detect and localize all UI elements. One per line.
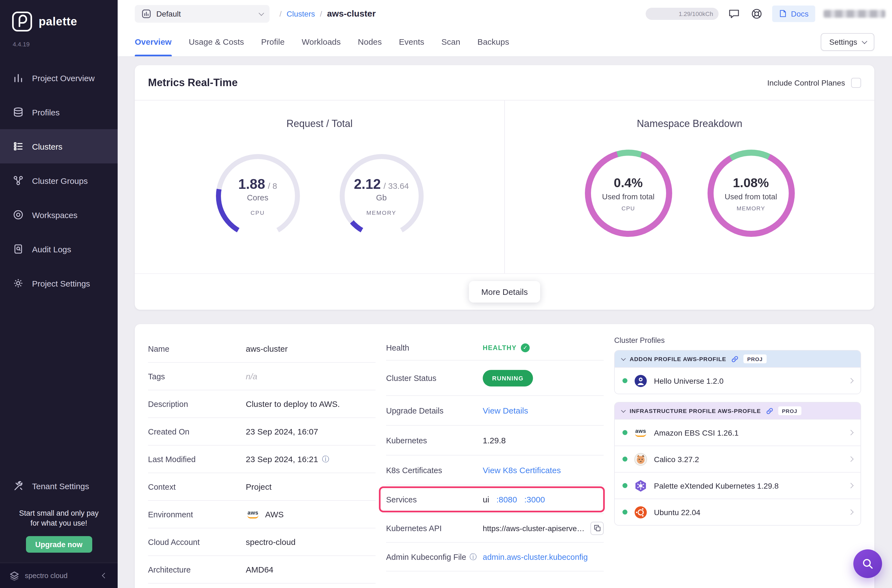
sidebar-item-workspaces[interactable]: Workspaces bbox=[0, 198, 118, 232]
sidebar-item-cluster-groups[interactable]: Cluster Groups bbox=[0, 164, 118, 198]
sidebar-item-audit-logs[interactable]: Audit Logs bbox=[0, 232, 118, 266]
promo-text: Start small and only pay for what you us… bbox=[9, 508, 109, 528]
docs-button[interactable]: Docs bbox=[772, 5, 815, 22]
audit-logs-icon bbox=[13, 243, 24, 255]
profile-layer-hello-universe[interactable]: Hello Universe 1.2.0 bbox=[615, 367, 860, 394]
tab-workloads[interactable]: Workloads bbox=[302, 27, 341, 56]
breadcrumb-current: aws-cluster bbox=[327, 9, 375, 18]
detail-row-name: Nameaws-cluster bbox=[148, 335, 375, 363]
aws-logo: aws bbox=[246, 510, 260, 518]
sidebar-collapse-button[interactable] bbox=[101, 572, 109, 580]
details-column: Nameaws-cluster Tagsn/a DescriptionClust… bbox=[148, 335, 375, 588]
document-icon bbox=[779, 9, 787, 18]
infrastructure-profile-group: INFRASTRUCTURE PROFILE AWS-PROFILE PROJ … bbox=[614, 402, 861, 526]
project-scope-icon bbox=[141, 9, 151, 18]
metrics-title: Metrics Real-Time bbox=[148, 76, 238, 88]
ubuntu-icon bbox=[634, 506, 647, 519]
hello-universe-icon bbox=[634, 374, 647, 387]
profile-layer-palette-extended-kubernetes[interactable]: Palette eXtended Kubernetes 1.29.8 bbox=[615, 472, 860, 498]
spectro-cloud-label: spectro cloud bbox=[25, 572, 68, 580]
user-name-redacted[interactable] bbox=[823, 10, 885, 17]
sidebar-item-label: Workspaces bbox=[32, 210, 78, 219]
sidebar-item-project-overview[interactable]: Project Overview bbox=[0, 61, 118, 95]
profile-layer-ubuntu[interactable]: Ubuntu 22.04 bbox=[615, 498, 860, 525]
chat-icon bbox=[728, 8, 740, 20]
sidebar-item-profiles[interactable]: Profiles bbox=[0, 95, 118, 129]
view-details-link[interactable]: View Details bbox=[483, 406, 528, 415]
sidebar-item-label: Cluster Groups bbox=[32, 176, 88, 185]
topbar: Default / Clusters / aws-cluster 1.29/10… bbox=[118, 0, 892, 56]
infrastructure-profile-header[interactable]: INFRASTRUCTURE PROFILE AWS-PROFILE PROJ bbox=[615, 402, 860, 419]
service-port-link[interactable]: :8080 bbox=[496, 495, 517, 504]
tab-nodes[interactable]: Nodes bbox=[358, 27, 382, 56]
memory-gauge: 2.12/ 33.64 Gb MEMORY bbox=[339, 154, 423, 238]
addon-profile-group: ADDON PROFILE AWS-PROFILE PROJ Hello Uni… bbox=[614, 350, 861, 394]
sidebar-item-label: Tenant Settings bbox=[32, 482, 89, 491]
tab-scan[interactable]: Scan bbox=[441, 27, 460, 56]
sidebar-item-clusters[interactable]: Clusters bbox=[0, 129, 118, 164]
gear-icon bbox=[13, 278, 24, 289]
tab-overview[interactable]: Overview bbox=[135, 27, 171, 56]
tab-profile[interactable]: Profile bbox=[261, 27, 285, 56]
proj-badge: PROJ bbox=[743, 354, 767, 363]
more-details-button[interactable]: More Details bbox=[469, 281, 540, 303]
status-dot bbox=[622, 510, 628, 514]
tab-backups[interactable]: Backups bbox=[478, 27, 509, 56]
kubeconfig-download-link[interactable]: admin.aws-cluster.kubeconfig bbox=[483, 552, 588, 561]
tab-events[interactable]: Events bbox=[399, 27, 425, 56]
chevron-right-icon bbox=[848, 483, 854, 488]
chat-button[interactable] bbox=[727, 6, 741, 21]
tools-icon bbox=[13, 481, 24, 492]
spectro-cloud-logo-icon bbox=[9, 570, 20, 581]
palette-logo-icon bbox=[12, 11, 33, 32]
project-selector[interactable]: Default bbox=[135, 5, 270, 22]
search-fab[interactable] bbox=[853, 549, 882, 578]
view-k8s-certificates-link[interactable]: View K8s Certificates bbox=[483, 465, 561, 475]
settings-button[interactable]: Settings bbox=[821, 33, 874, 51]
health-status: HEALTHY ✓ bbox=[483, 343, 530, 352]
info-icon: ⓘ bbox=[470, 553, 477, 560]
link-icon bbox=[766, 407, 773, 414]
request-total-title: Request / Total bbox=[286, 118, 353, 130]
chevron-right-icon bbox=[848, 378, 854, 384]
cluster-profiles-title: Cluster Profiles bbox=[614, 336, 861, 345]
workspaces-icon bbox=[13, 209, 24, 220]
addon-profile-header[interactable]: ADDON PROFILE AWS-PROFILE PROJ bbox=[615, 351, 860, 367]
chart-icon bbox=[13, 72, 24, 83]
aws-logo: aws bbox=[634, 426, 647, 439]
profile-layer-amazon-ebs-csi[interactable]: aws Amazon EBS CSI 1.26.1 bbox=[615, 419, 860, 446]
services-row: Services ui :8080 :3000 bbox=[386, 485, 604, 514]
sidebar-item-label: Clusters bbox=[32, 142, 62, 151]
sidebar-item-project-settings[interactable]: Project Settings bbox=[0, 266, 118, 300]
sidebar-item-tenant-settings[interactable]: Tenant Settings bbox=[0, 472, 118, 501]
include-control-planes: Include Control Planes bbox=[767, 78, 861, 87]
check-icon: ✓ bbox=[521, 343, 530, 352]
copy-button[interactable] bbox=[590, 522, 604, 535]
namespace-memory-donut: 1.08% Used from total MEMORY bbox=[707, 150, 794, 237]
brand-name: palette bbox=[39, 15, 77, 28]
sidebar-footer: spectro cloud bbox=[0, 562, 118, 588]
include-control-planes-checkbox[interactable] bbox=[851, 78, 861, 87]
upgrade-now-button[interactable]: Upgrade now bbox=[26, 536, 92, 553]
calico-icon bbox=[634, 453, 647, 466]
running-status-badge: RUNNING bbox=[483, 370, 533, 386]
profile-layer-calico[interactable]: Calico 3.27.2 bbox=[615, 446, 860, 472]
admin-kubeconfig-row: Admin Kubeconfig Fileⓘ admin.aws-cluster… bbox=[386, 543, 604, 572]
main-area: Default / Clusters / aws-cluster 1.29/10… bbox=[118, 0, 892, 588]
sidebar: palette 4.4.19 Project Overview Profiles… bbox=[0, 0, 118, 588]
breadcrumb-clusters-link[interactable]: Clusters bbox=[287, 9, 315, 18]
detail-row-architecture: ArchitectureAMD64 bbox=[148, 556, 375, 584]
service-port-link[interactable]: :3000 bbox=[524, 495, 545, 504]
sidebar-item-label: Project Overview bbox=[32, 73, 95, 82]
chevron-down-icon bbox=[621, 356, 626, 361]
health-row: Health HEALTHY ✓ bbox=[386, 335, 604, 360]
detail-row-created-on: Created On23 Sep 2024, 16:07 bbox=[148, 418, 375, 446]
help-button[interactable] bbox=[749, 6, 764, 21]
detail-row-description: DescriptionCluster to deploy to AWS. bbox=[148, 390, 375, 418]
sidebar-item-label: Project Settings bbox=[32, 279, 90, 288]
brand-logo: palette bbox=[0, 0, 118, 34]
kubernetes-version-row: Kubernetes 1.29.8 bbox=[386, 426, 604, 456]
service-name: ui bbox=[483, 495, 489, 504]
tab-usage-costs[interactable]: Usage & Costs bbox=[189, 27, 244, 56]
project-selector-value: Default bbox=[156, 9, 181, 18]
